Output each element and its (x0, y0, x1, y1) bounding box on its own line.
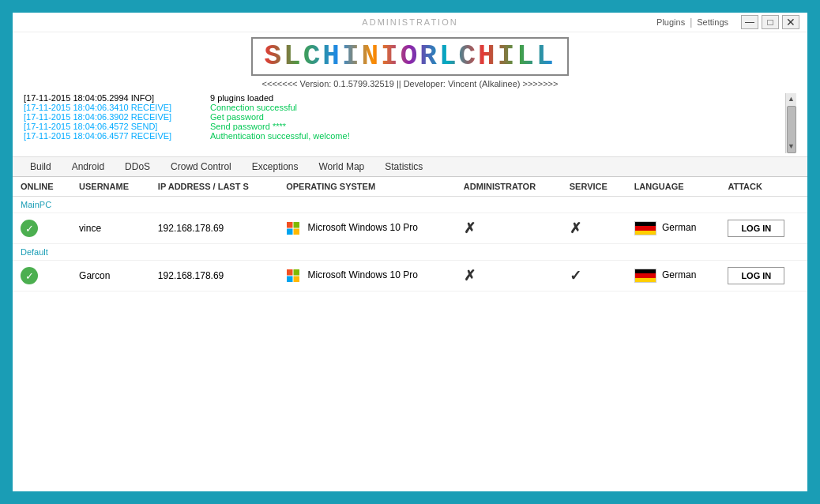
service-cell: ✗ (562, 213, 626, 244)
svg-rect-1 (294, 222, 300, 228)
admin-cell-2: ✗ (456, 261, 562, 291)
tick-icon: ✓ (570, 268, 581, 284)
group-mainpc: MainPC (13, 197, 807, 213)
log-ts-4: [17-11-2015 18:04:06.4577 RECEIVE] (24, 131, 197, 141)
col-ip: IP ADDRESS / LAST S (150, 177, 278, 197)
username-cell-2: Garcon (71, 261, 150, 291)
log-messages: 9 plugins loaded Connection successful G… (210, 93, 773, 153)
log-msg-3: Send password **** (210, 122, 773, 131)
nav-ddos[interactable]: DDoS (115, 157, 160, 176)
cross-icon: ✗ (464, 220, 476, 236)
language-cell-2: German (626, 261, 720, 291)
clients-table: ONLINE USERNAME IP ADDRESS / LAST S OPER… (13, 177, 807, 291)
cross-icon-3: ✗ (464, 268, 476, 284)
nav-build[interactable]: Build (21, 157, 61, 176)
table-row: ✓ vince 192.168.178.69 (13, 213, 807, 244)
login-button-2[interactable]: LOG IN (728, 267, 784, 284)
scroll-down-arrow[interactable]: ▼ (786, 141, 796, 152)
col-service: SERVICE (562, 177, 626, 197)
svg-rect-3 (294, 229, 300, 235)
main-window: ADMINISTRATION Plugins | Settings — □ ✕ … (11, 11, 809, 493)
nav-crowd-control[interactable]: Crowd Control (161, 157, 241, 176)
log-ts-0: [17-11-2015 18:04:05.2994 INFO] (24, 93, 197, 103)
col-admin: ADMINISTRATOR (456, 177, 562, 197)
maximize-button[interactable]: □ (762, 15, 779, 29)
menu-divider: | (690, 17, 692, 28)
service-cell-2: ✓ (562, 261, 626, 291)
app-title: ADMINISTRATION (280, 17, 540, 27)
log-ts-1: [17-11-2015 18:04:06.3410 RECEIVE] (24, 103, 197, 112)
group-default: Default (13, 244, 807, 261)
settings-link[interactable]: Settings (697, 17, 728, 27)
title-bar: ADMINISTRATION Plugins | Settings — □ ✕ (13, 13, 807, 32)
login-button[interactable]: LOG IN (728, 220, 784, 237)
svg-rect-0 (287, 222, 293, 228)
attack-cell-2: LOG IN (720, 261, 807, 291)
col-online: ONLINE (13, 177, 71, 197)
language-cell: German (626, 213, 720, 244)
flag-de-icon (634, 221, 656, 235)
online-cell-2: ✓ (13, 261, 71, 291)
log-msg-0: 9 plugins loaded (210, 93, 773, 103)
table-body: MainPC ✓ vince 192.168.178.69 (13, 197, 807, 291)
nav-bar: Build Android DDoS Crowd Control Excepti… (13, 157, 807, 177)
admin-cell: ✗ (456, 213, 562, 244)
log-timestamps: [17-11-2015 18:04:05.2994 INFO] [17-11-2… (24, 93, 197, 153)
logo-text: SLCHINIORLCHILL (264, 40, 555, 73)
log-area: [17-11-2015 18:04:05.2994 INFO] [17-11-2… (13, 90, 807, 157)
windows-icon-2 (286, 269, 300, 283)
col-attack: ATTACK (720, 177, 807, 197)
minimize-button[interactable]: — (741, 15, 758, 29)
table-area: ONLINE USERNAME IP ADDRESS / LAST S OPER… (13, 177, 807, 491)
col-os: OPERATING SYSTEM (278, 177, 456, 197)
ip-cell: 192.168.178.69 (150, 213, 278, 244)
svg-rect-6 (287, 276, 293, 283)
nav-android[interactable]: Android (62, 157, 114, 176)
username-cell: vince (71, 213, 150, 244)
nav-exceptions[interactable]: Exceptions (243, 157, 308, 176)
table-row: ✓ Garcon 192.168.178.69 (13, 261, 807, 291)
log-msg-4: Authentication successful, welcome! (210, 131, 773, 141)
svg-rect-2 (287, 229, 293, 235)
online-cell: ✓ (13, 213, 71, 244)
logo: SLCHINIORLCHILL (251, 37, 568, 76)
nav-statistics[interactable]: Statistics (375, 157, 432, 176)
svg-rect-7 (294, 276, 300, 283)
log-ts-3: [17-11-2015 18:04:06.4572 SEND] (24, 122, 197, 131)
col-language: LANGUAGE (626, 177, 720, 197)
log-scrollbar[interactable]: ▲ ▼ (785, 93, 796, 153)
online-icon-2: ✓ (21, 267, 38, 284)
windows-icon (286, 221, 300, 235)
logo-area: SLCHINIORLCHILL <<<<<<< Version: 0.1.579… (13, 32, 807, 90)
svg-rect-5 (294, 269, 300, 276)
nav-world-map[interactable]: World Map (309, 157, 374, 176)
version-line: <<<<<<< Version: 0.1.5799.32519 || Devel… (13, 79, 807, 88)
plugins-link[interactable]: Plugins (656, 17, 685, 27)
col-username: USERNAME (71, 177, 150, 197)
online-icon: ✓ (21, 220, 38, 237)
cross-icon-2: ✗ (570, 220, 581, 236)
log-msg-2: Get password (210, 112, 773, 122)
attack-cell: LOG IN (720, 213, 807, 244)
table-header: ONLINE USERNAME IP ADDRESS / LAST S OPER… (13, 177, 807, 197)
ip-cell-2: 192.168.178.69 (150, 261, 278, 291)
os-cell-2: Microsoft Windows 10 Pro (278, 261, 456, 291)
svg-rect-4 (287, 269, 293, 276)
log-ts-2: [17-11-2015 18:04:06.3902 RECEIVE] (24, 112, 197, 122)
window-controls: — □ ✕ (741, 15, 799, 29)
flag-de-icon-2 (634, 269, 656, 283)
log-msg-1: Connection successful (210, 103, 773, 112)
close-button[interactable]: ✕ (782, 15, 799, 29)
scroll-up-arrow[interactable]: ▲ (786, 93, 796, 104)
os-cell: Microsoft Windows 10 Pro (278, 213, 456, 244)
